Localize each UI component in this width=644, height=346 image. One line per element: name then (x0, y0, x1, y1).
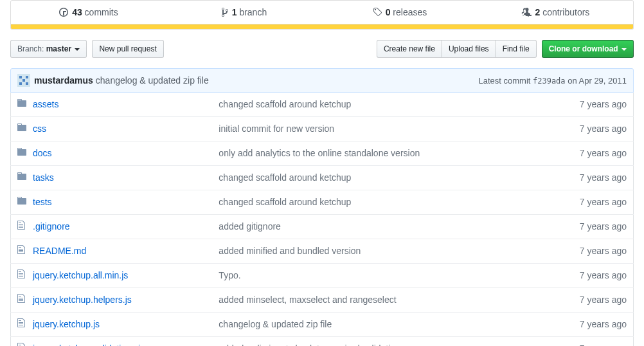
table-row: assetschanged scaffold around ketchup7 y… (11, 93, 634, 117)
commit-message-cell[interactable]: added minselect, maxselect and rangesele… (212, 288, 556, 313)
table-row: cssinitial commit for new version7 years… (11, 117, 634, 141)
commits-count: 43 (72, 7, 82, 17)
latest-commit-label: Latest commit (478, 76, 533, 86)
releases-label: releases (393, 7, 427, 17)
table-row: testschanged scaffold around ketchup7 ye… (11, 190, 634, 215)
commits-stat[interactable]: 43 commits (11, 1, 166, 24)
contributors-label: contributors (542, 7, 589, 17)
file-link[interactable]: jquery.ketchup.validations.js (33, 343, 145, 346)
svg-rect-5 (22, 79, 25, 82)
file-age: 7 years ago (557, 117, 634, 141)
file-link[interactable]: jquery.ketchup.all.min.js (33, 270, 128, 280)
file-link[interactable]: tests (33, 197, 52, 207)
folder-icon (11, 117, 27, 141)
file-icon (11, 215, 27, 239)
file-link[interactable]: docs (33, 148, 52, 158)
table-row: README.mdadded minified and bundled vers… (11, 239, 634, 264)
commit-date: on Apr 29, 2011 (566, 76, 627, 86)
caret-down-icon (622, 48, 627, 51)
folder-icon (11, 166, 27, 190)
svg-rect-4 (26, 82, 28, 85)
latest-commit-bar: mustardamus changelog & updated zip file… (10, 68, 634, 93)
commit-message-cell[interactable]: added gitignore (212, 215, 556, 239)
file-link[interactable]: .gitignore (33, 221, 70, 232)
file-link[interactable]: assets (33, 99, 58, 109)
svg-rect-2 (26, 76, 28, 78)
commit-message-cell[interactable]: added minified and bundled version (212, 239, 556, 264)
branches-stat[interactable]: 1 branch (166, 1, 322, 24)
branches-count: 1 (232, 7, 237, 17)
new-pull-request-button[interactable]: New pull request (92, 40, 163, 58)
find-file-button[interactable]: Find file (496, 40, 537, 58)
file-age: 7 years ago (557, 337, 634, 347)
file-age: 7 years ago (557, 166, 634, 190)
git-branch-icon (222, 7, 228, 17)
table-row: docsonly add analytics to the online sta… (11, 141, 634, 166)
people-icon (521, 7, 532, 17)
commit-message-cell[interactable]: changed scaffold around ketchup (212, 190, 556, 215)
file-age: 7 years ago (557, 313, 634, 337)
commit-message[interactable]: changelog & updated zip file (96, 75, 209, 86)
file-age: 7 years ago (557, 239, 634, 264)
file-age: 7 years ago (557, 141, 634, 166)
folder-icon (11, 190, 27, 215)
releases-count: 0 (386, 7, 391, 17)
commit-message-cell[interactable]: Typo. (212, 264, 556, 288)
commit-message-cell[interactable]: only add analytics to the online standal… (212, 141, 556, 166)
file-link[interactable]: css (33, 123, 46, 134)
branch-select-prefix: Branch: (17, 44, 46, 53)
file-age: 7 years ago (557, 190, 634, 215)
file-link[interactable]: README.md (33, 246, 86, 256)
upload-files-button[interactable]: Upload files (442, 40, 496, 58)
language-bar[interactable] (10, 24, 634, 30)
repo-stats-bar: 43 commits 1 branch 0 releases 2 contrib… (10, 0, 634, 24)
commit-message-cell[interactable]: changed scaffold around ketchup (212, 93, 556, 117)
branches-label: branch (239, 7, 267, 17)
tag-icon (373, 7, 382, 17)
file-link[interactable]: jquery.ketchup.helpers.js (33, 295, 132, 305)
commit-sha[interactable]: f239ada (533, 77, 566, 86)
table-row: jquery.ketchup.all.min.jsTypo.7 years ag… (11, 264, 634, 288)
file-age: 7 years ago (557, 215, 634, 239)
commit-message-cell[interactable]: changed scaffold around ketchup (212, 166, 556, 190)
table-row: jquery.ketchup.helpers.jsadded minselect… (11, 288, 634, 313)
commit-message-cell[interactable]: initial commit for new version (212, 117, 556, 141)
files-table: assetschanged scaffold around ketchup7 y… (10, 93, 634, 346)
commit-meta: Latest commit f239ada on Apr 29, 2011 (478, 76, 627, 86)
create-file-button[interactable]: Create new file (377, 40, 442, 58)
file-icon (11, 313, 27, 337)
file-age: 7 years ago (557, 264, 634, 288)
history-icon (59, 7, 68, 17)
releases-stat[interactable]: 0 releases (322, 1, 478, 24)
clone-download-label: Clone or download (549, 44, 618, 53)
clone-download-button[interactable]: Clone or download (542, 40, 634, 58)
file-icon (11, 337, 27, 347)
commits-label: commits (85, 7, 118, 17)
branch-select-name: master (46, 44, 71, 53)
file-icon (11, 239, 27, 264)
file-link[interactable]: tasks (33, 172, 54, 183)
commit-message-cell[interactable]: added radio input check to required vali… (212, 337, 556, 347)
file-actions-group: Create new file Upload files Find file (377, 40, 537, 58)
file-link[interactable]: jquery.ketchup.js (33, 319, 100, 329)
table-row: jquery.ketchup.jschangelog & updated zip… (11, 313, 634, 337)
avatar[interactable] (17, 74, 30, 87)
table-row: taskschanged scaffold around ketchup7 ye… (11, 166, 634, 190)
file-navigation: Branch: master New pull request Create n… (10, 40, 634, 58)
folder-icon (11, 93, 27, 117)
commit-author[interactable]: mustardamus (34, 75, 93, 86)
branch-select-button[interactable]: Branch: master (10, 40, 87, 58)
table-row: .gitignoreadded gitignore7 years ago (11, 215, 634, 239)
contributors-stat[interactable]: 2 contributors (478, 1, 633, 24)
file-icon (11, 264, 27, 288)
caret-down-icon (75, 48, 80, 51)
table-row: jquery.ketchup.validations.jsadded radio… (11, 337, 634, 347)
contributors-count: 2 (535, 7, 541, 17)
file-icon (11, 288, 27, 313)
commit-message-cell[interactable]: changelog & updated zip file (212, 313, 556, 337)
folder-icon (11, 141, 27, 166)
file-age: 7 years ago (557, 93, 634, 117)
file-age: 7 years ago (557, 288, 634, 313)
svg-rect-3 (19, 82, 22, 85)
svg-rect-1 (19, 76, 22, 78)
